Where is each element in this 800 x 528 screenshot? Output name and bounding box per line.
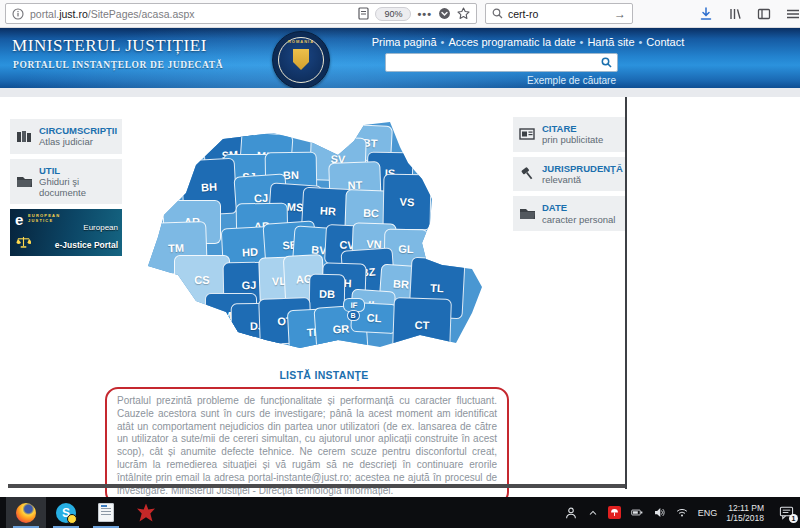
people-icon[interactable] <box>564 506 578 520</box>
sidebar-toggle-icon[interactable] <box>757 7 771 21</box>
page-footer-bar <box>8 484 625 488</box>
menu-hamburger-icon[interactable] <box>786 7 800 21</box>
nav-separator: • <box>580 36 584 48</box>
nav-separator: • <box>441 36 445 48</box>
action-center-icon[interactable]: 1 <box>779 505 794 520</box>
county-CT[interactable]: CT <box>392 297 452 353</box>
folder-icon <box>15 174 33 188</box>
volume-icon[interactable] <box>653 506 666 519</box>
search-examples-link[interactable]: Exemple de căutare <box>385 75 618 86</box>
notes-icon <box>98 503 114 522</box>
reader-mode-icon[interactable] <box>358 7 369 20</box>
system-tray: ENG 12:11 PM 1/15/2018 1 <box>564 497 800 528</box>
language-indicator[interactable]: ENG <box>698 508 718 518</box>
tray-chevron-up-icon[interactable] <box>587 507 599 519</box>
ejustice-logo-icon: e <box>15 211 23 228</box>
search-bar[interactable]: cert-ro → <box>485 3 633 24</box>
media-icon <box>137 504 155 522</box>
site-title: MINISTERUL JUSTIȚIEI <box>12 36 207 56</box>
nav-link-2[interactable]: Hartă site <box>587 36 634 48</box>
newspaper-icon <box>518 127 536 141</box>
gavel-icon <box>518 166 536 181</box>
pocket-icon[interactable] <box>438 7 451 20</box>
browser-toolbar: portal.just.ro/SitePages/acasa.aspx 90% … <box>0 0 800 28</box>
url-text[interactable]: portal.just.ro/SitePages/acasa.aspx <box>30 8 352 20</box>
page-actions-icon[interactable]: ••• <box>417 8 432 20</box>
side-box-subtitle: Ghiduri şi documente <box>39 176 117 198</box>
side-box-jurispruden[interactable]: JURISPRUDENŢĂrelevantă <box>513 157 625 192</box>
page-content: CIRCUMSCRIPŢIIAtlas judiciarUTILGhiduri … <box>8 97 627 489</box>
nav-link-1[interactable]: Acces programatic la date <box>448 36 575 48</box>
county-B[interactable]: B <box>347 310 360 321</box>
side-box-title: DATE <box>542 202 615 213</box>
download-icon[interactable] <box>699 7 713 21</box>
notification-badge: 1 <box>789 514 798 523</box>
side-box-citare[interactable]: CITAREprin publicitate <box>513 117 625 152</box>
romania-coat-of-arms: ROMANIA <box>272 31 330 89</box>
side-box-subtitle: Atlas judiciar <box>39 136 117 147</box>
side-box-circumscripii[interactable]: CIRCUMSCRIPŢIIAtlas judiciar <box>10 119 122 154</box>
emblem-text: ROMANIA <box>273 39 329 44</box>
side-box-title: JURISPRUDENŢĂ <box>542 163 623 174</box>
side-box-util[interactable]: UTILGhiduri şi documente <box>10 159 122 205</box>
side-box-subtitle: relevantă <box>542 174 623 185</box>
tray-time: 12:11 PM <box>728 503 764 513</box>
site-search-input[interactable] <box>385 53 618 72</box>
side-box-title: UTIL <box>39 165 117 176</box>
romania-map[interactable]: SMMMBTSVISSJBNNTBHCJMSHRBCVSARABTMHDSBBV… <box>138 117 510 349</box>
folder-icon <box>518 206 536 220</box>
screen: portal.just.ro/SitePages/acasa.aspx 90% … <box>0 0 800 528</box>
search-go-icon[interactable]: → <box>614 7 626 21</box>
header-nav: Prima pagină•Acces programatic la date•H… <box>352 36 704 48</box>
sidebar-left: CIRCUMSCRIPŢIIAtlas judiciarUTILGhiduri … <box>10 119 122 256</box>
ejustice-banner[interactable]: eEUROPEANJUSTICEEuropeane-Justice Portal <box>10 209 122 256</box>
taskbar-app-firefox[interactable] <box>6 497 46 528</box>
ejustice-line2: e-Justice Portal <box>55 240 118 250</box>
side-box-subtitle: prin publicitate <box>542 134 603 145</box>
windows-taskbar: S ENG 12:11 PM 1/15/2018 <box>0 497 800 528</box>
taskbar-apps: S <box>0 497 166 528</box>
taskbar-app-media[interactable] <box>126 497 166 528</box>
site-info-icon[interactable] <box>12 8 24 20</box>
atlas-icon <box>15 129 33 144</box>
side-box-title: CITARE <box>542 123 603 134</box>
library-icon[interactable] <box>728 7 742 21</box>
clock[interactable]: 12:11 PM 1/15/2018 <box>726 503 764 523</box>
nav-separator: • <box>639 36 643 48</box>
skype-icon: S <box>56 503 76 523</box>
firefox-icon <box>16 503 36 523</box>
toolbar-buttons <box>699 7 795 21</box>
ejustice-line1: European <box>83 223 118 232</box>
header-divider <box>0 88 800 97</box>
wifi-icon[interactable] <box>675 506 689 519</box>
side-box-title: CIRCUMSCRIPŢII <box>39 125 117 136</box>
zoom-level-button[interactable]: 90% <box>375 7 411 21</box>
tray-date: 1/15/2018 <box>726 513 764 523</box>
search-input[interactable]: cert-ro <box>508 8 609 20</box>
site-search-icon[interactable] <box>601 57 612 68</box>
url-bar[interactable]: portal.just.ro/SitePages/acasa.aspx 90% … <box>5 3 477 24</box>
lista-instante-link[interactable]: LISTĂ INSTANŢE <box>138 369 510 381</box>
side-box-date[interactable]: DATEcaracter personal <box>513 196 625 231</box>
site-subtitle: PORTALUL INSTANȚELOR DE JUDECATĂ <box>13 60 223 70</box>
bookmark-star-icon[interactable] <box>457 7 470 20</box>
nav-link-0[interactable]: Prima pagină <box>372 36 437 48</box>
nav-link-3[interactable]: Contact <box>646 36 684 48</box>
taskbar-app-notes[interactable] <box>86 497 126 528</box>
scales-icon <box>16 235 31 253</box>
emblem-shield-icon <box>293 49 309 70</box>
battery-icon[interactable] <box>630 506 644 519</box>
sidebar-right: CITAREprin publicitateJURISPRUDENŢĂrelev… <box>513 117 625 231</box>
county-VS[interactable]: VS <box>383 174 432 231</box>
search-icon <box>492 8 503 19</box>
site-header: MINISTERUL JUSTIȚIEI PORTALUL INSTANȚELO… <box>0 28 800 88</box>
side-box-subtitle: caracter personal <box>542 214 615 225</box>
taskbar-app-skype[interactable]: S <box>46 497 86 528</box>
antivirus-icon[interactable] <box>608 506 621 519</box>
